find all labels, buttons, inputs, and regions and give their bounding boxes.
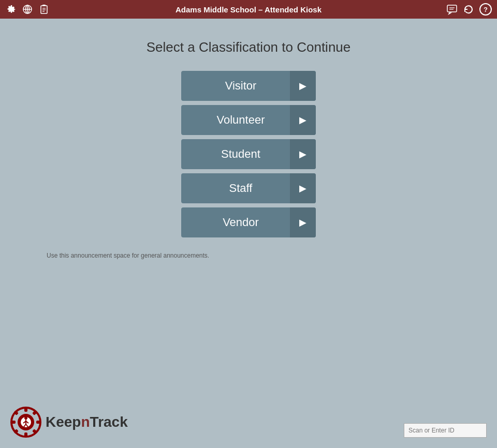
svg-rect-9	[447, 5, 457, 12]
svg-point-23	[24, 416, 27, 420]
staff-label: Staff	[192, 182, 290, 195]
chat-icon[interactable]	[446, 4, 458, 15]
keepntrack-logo-icon	[10, 407, 41, 438]
logo-area: KeepnTrack	[10, 407, 128, 438]
globe-icon[interactable]	[22, 4, 33, 15]
volunteer-button[interactable]: Volunteer ▶	[181, 105, 316, 135]
page-heading: Select a Classification to Continue	[147, 39, 351, 55]
help-icon[interactable]: ?	[479, 3, 492, 16]
visitor-arrow-icon: ▶	[290, 71, 316, 101]
main-content: Select a Classification to Continue Visi…	[0, 19, 497, 259]
announcement-text: Use this announcement space for general …	[47, 252, 209, 259]
gear-icon[interactable]	[5, 4, 17, 15]
visitor-label: Visitor	[192, 79, 290, 93]
volunteer-label: Volunteer	[192, 113, 290, 127]
scan-input[interactable]	[404, 423, 487, 438]
header-right-icons: ?	[446, 3, 492, 16]
clipboard-icon[interactable]	[38, 4, 50, 15]
volunteer-arrow-icon: ▶	[290, 105, 316, 135]
app-header: Adams Middle School – Attended Kiosk ?	[0, 0, 497, 19]
visitor-button[interactable]: Visitor ▶	[181, 71, 316, 101]
vendor-label: Vendor	[192, 216, 290, 229]
staff-arrow-icon: ▶	[290, 173, 316, 203]
svg-rect-14	[24, 432, 27, 437]
staff-button[interactable]: Staff ▶	[181, 173, 316, 203]
svg-rect-15	[11, 421, 16, 424]
svg-rect-5	[42, 5, 46, 6]
student-arrow-icon: ▶	[290, 139, 316, 169]
vendor-button[interactable]: Vendor ▶	[181, 207, 316, 237]
logo-text: KeepnTrack	[46, 414, 128, 430]
svg-rect-13	[24, 408, 27, 412]
header-title: Adams Middle School – Attended Kiosk	[176, 5, 321, 14]
refresh-icon[interactable]	[463, 4, 474, 15]
header-left-icons	[5, 4, 50, 15]
student-label: Student	[192, 147, 290, 161]
student-button[interactable]: Student ▶	[181, 139, 316, 169]
vendor-arrow-icon: ▶	[290, 207, 316, 237]
footer: KeepnTrack	[0, 407, 497, 438]
svg-rect-16	[36, 421, 40, 424]
